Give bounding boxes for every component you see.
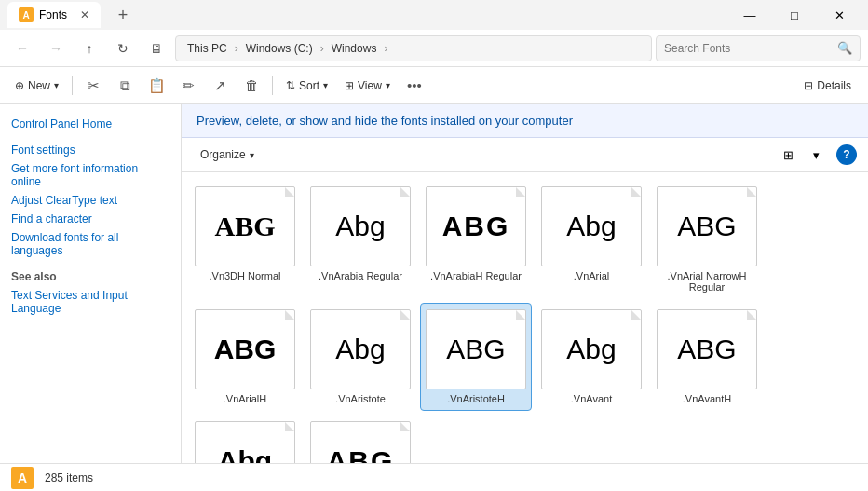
view-chevron-icon: ▾ <box>386 80 390 90</box>
font-preview: ABG <box>426 309 526 389</box>
sidebar: Control Panel Home Font settings Get mor… <box>0 104 182 463</box>
forward-button[interactable]: → <box>41 35 71 61</box>
fonts-tab-label: Fonts <box>39 8 67 21</box>
font-name: .VnArialH <box>224 393 266 404</box>
font-item[interactable]: Abg .VnBahamasB <box>189 415 301 463</box>
status-items-count: 285 items <box>45 471 93 484</box>
font-item[interactable]: ABG .VnArial NarrowH Regular <box>651 180 763 299</box>
help-button[interactable]: ? <box>836 144 857 165</box>
font-preview: ABG <box>657 309 757 389</box>
toolbar: ⊕ New ▾ ✂ ⧉ 📋 ✏ ↗ 🗑 ⇅ Sort ▾ ⊞ View ▾ ••… <box>0 67 868 104</box>
organize-label: Organize <box>200 148 246 161</box>
see-also-heading: See also <box>11 270 170 283</box>
font-item[interactable]: ABG .VnAvantH <box>651 303 763 411</box>
new-tab-button[interactable]: + <box>108 2 138 28</box>
fonts-tab-icon: A <box>19 7 34 22</box>
font-preview: ABG <box>657 186 757 266</box>
font-preview-text: Abg <box>566 211 616 242</box>
close-button[interactable]: ✕ <box>818 0 861 30</box>
font-preview-text: Abg <box>335 211 385 242</box>
path-windows-c[interactable]: Windows (C:) <box>242 40 317 57</box>
toolbar-separator-2 <box>272 76 273 95</box>
title-bar: A Fonts ✕ + — □ ✕ <box>0 0 868 30</box>
view-toggle-grid-button[interactable]: ⊞ <box>775 143 801 166</box>
cut-button[interactable]: ✂ <box>78 73 108 99</box>
font-grid: ABG .Vn3DH Normal Abg .VnArabia Regular … <box>182 172 868 463</box>
font-name: .VnArabiaH Regular <box>430 270 522 281</box>
sidebar-item-find-character[interactable]: Find a character <box>7 211 173 227</box>
maximize-button[interactable]: □ <box>773 0 816 30</box>
minimize-button[interactable]: — <box>728 0 771 30</box>
sort-button[interactable]: ⇅ Sort ▾ <box>278 73 335 99</box>
view-icon: ⊞ <box>345 79 354 92</box>
address-bar: ← → ↑ ↻ 🖥 This PC › Windows (C:) › Windo… <box>0 30 868 67</box>
sidebar-item-font-settings[interactable]: Font settings <box>7 142 173 158</box>
share-button[interactable]: ↗ <box>205 73 235 99</box>
search-icon: 🔍 <box>837 41 852 55</box>
font-preview: Abg <box>310 309 411 389</box>
organize-button[interactable]: Organize ▾ <box>193 143 262 166</box>
path-this-pc[interactable]: This PC <box>183 40 231 57</box>
font-preview: Abg <box>310 186 411 266</box>
font-item[interactable]: Abg .VnAvant <box>536 303 647 411</box>
font-item[interactable]: ABG .VnBahamasBH <box>305 415 416 463</box>
paste-button[interactable]: 📋 <box>142 73 171 99</box>
back-button[interactable]: ← <box>7 35 37 61</box>
font-name: .VnAvant <box>571 393 612 404</box>
font-item[interactable]: Abg .VnArabia Regular <box>305 180 416 299</box>
sort-icon: ⇅ <box>286 79 295 92</box>
font-preview: ABG <box>195 309 295 389</box>
search-bar[interactable]: 🔍 <box>656 35 861 61</box>
view-toggle-chevron-button[interactable]: ▾ <box>803 143 829 166</box>
new-button[interactable]: ⊕ New ▾ <box>7 73 66 99</box>
font-preview-text: ABG <box>446 334 505 365</box>
sort-chevron-icon: ▾ <box>323 80 328 90</box>
font-item[interactable]: Abg .VnAristote <box>305 303 416 411</box>
copy-button[interactable]: ⧉ <box>110 73 140 99</box>
sidebar-section-main: Control Panel Home Font settings Get mor… <box>7 116 173 259</box>
up-button[interactable]: ↑ <box>75 35 104 61</box>
font-item[interactable]: ABG .VnArabiaH Regular <box>420 180 532 299</box>
content-header-text: Preview, delete, or show and hide the fo… <box>197 114 573 128</box>
font-preview-text: ABG <box>327 445 395 463</box>
fonts-tab[interactable]: A Fonts ✕ <box>7 2 101 28</box>
font-preview: ABG <box>195 186 295 266</box>
delete-button[interactable]: 🗑 <box>237 73 266 99</box>
title-bar-left: A Fonts ✕ + <box>7 2 138 28</box>
refresh-button[interactable]: ↻ <box>108 35 138 61</box>
close-tab-icon[interactable]: ✕ <box>80 8 89 21</box>
font-item[interactable]: ABG .VnArialH <box>189 303 301 411</box>
content-header: Preview, delete, or show and hide the fo… <box>182 104 868 138</box>
font-item[interactable]: ABG .Vn3DH Normal <box>189 180 301 299</box>
view-button[interactable]: ⊞ View ▾ <box>337 73 398 99</box>
organize-bar: Organize ▾ ⊞ ▾ ? <box>182 138 868 172</box>
organize-chevron-icon: ▾ <box>250 150 254 160</box>
font-item[interactable]: ABG .VnAristoteH <box>420 303 532 411</box>
new-chevron-icon: ▾ <box>54 80 59 90</box>
font-preview-text: Abg <box>335 334 385 365</box>
font-name: .VnArial NarrowH Regular <box>658 270 756 293</box>
font-name: .VnArabia Regular <box>319 270 402 281</box>
details-button[interactable]: ⊟ Details <box>794 73 861 99</box>
status-font-icon: A <box>11 467 34 489</box>
main-layout: Control Panel Home Font settings Get mor… <box>0 104 868 463</box>
rename-button[interactable]: ✏ <box>173 73 203 99</box>
sidebar-item-cleartype[interactable]: Adjust ClearType text <box>7 192 173 209</box>
font-preview-text: ABG <box>442 211 510 242</box>
font-preview-text: Abg <box>218 445 272 463</box>
font-preview: Abg <box>541 309 642 389</box>
font-preview-text: ABG <box>214 334 277 365</box>
path-windows[interactable]: Windows <box>328 40 381 57</box>
sidebar-item-get-more-fonts[interactable]: Get more font information online <box>7 160 173 190</box>
sidebar-item-control-panel-home[interactable]: Control Panel Home <box>7 116 173 132</box>
font-preview: Abg <box>195 421 295 463</box>
search-input[interactable] <box>664 42 832 55</box>
font-name: .Vn3DH Normal <box>209 270 280 281</box>
font-item[interactable]: Abg .VnArial <box>536 180 647 299</box>
view-toggle: ⊞ ▾ <box>775 143 829 166</box>
more-button[interactable]: ••• <box>400 73 429 99</box>
location-button[interactable]: 🖥 <box>142 35 171 61</box>
sidebar-item-download-fonts[interactable]: Download fonts for all languages <box>7 229 173 259</box>
sidebar-item-text-services[interactable]: Text Services and Input Language <box>7 287 173 317</box>
font-preview: ABG <box>426 186 526 266</box>
